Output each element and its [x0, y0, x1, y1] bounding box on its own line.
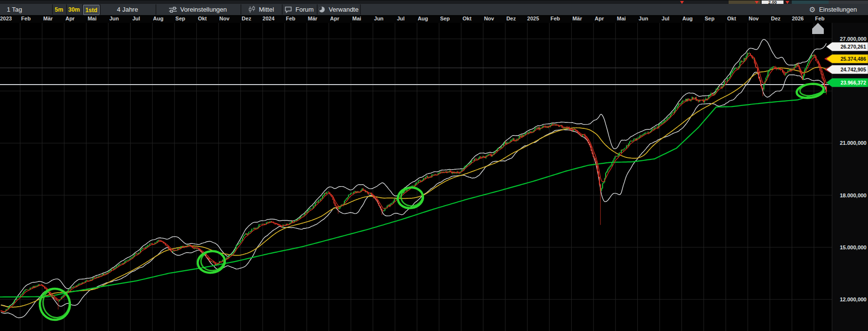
month-tick-label: Mär [573, 16, 582, 21]
price-tag: 24.742,905 [840, 67, 866, 72]
related-icon [318, 6, 325, 13]
chart-toolbar: 1 Tag 5m 30m 1std 4 Jahre Voreinstellung… [0, 4, 868, 16]
time-axis[interactable]: 2023FebMärAprMaiJunJulAugSepOktNovDez202… [0, 15, 868, 23]
month-tick-label: Aug [418, 16, 428, 21]
month-tick-label: Dez [506, 16, 516, 21]
month-tick-label: Okt [727, 16, 736, 21]
month-tick-label: Feb [21, 16, 31, 21]
month-tick-label: Mai [617, 16, 626, 21]
settings-button[interactable]: ⚙ Einstellungen [799, 4, 867, 15]
month-tick-label: Okt [462, 16, 471, 21]
candlestick-icon [248, 6, 255, 13]
month-tick-label: Mär [308, 16, 318, 21]
sliders-icon [169, 6, 177, 13]
speech-bubble-icon [285, 6, 292, 13]
month-tick-label: Dez [242, 16, 252, 21]
month-tick-label: Feb [550, 16, 560, 21]
price-tick-label: 15.000,000 [840, 244, 867, 250]
presets-button[interactable]: Voreinstellungen [156, 4, 240, 15]
chart-area[interactable]: 27.000,00021.000,00018.000,00015.000,000… [0, 23, 868, 331]
month-tick-label: 2024 [263, 16, 274, 21]
month-tick-label: Jul [397, 16, 405, 21]
price-tag: 23.966,372 [840, 80, 866, 86]
month-tick-label: Jun [639, 16, 648, 21]
month-tick-label: Nov [220, 16, 230, 21]
month-tick-label: 2026 [792, 16, 803, 21]
price-tick-label: 27.000,000 [840, 36, 867, 42]
price-tag: 25.374,486 [840, 56, 866, 62]
verwandte-button[interactable]: Verwandte [317, 4, 359, 15]
month-tick-label: 2023 [0, 16, 12, 21]
month-tick-label: Apr [330, 16, 340, 21]
month-tick-label: 2025 [527, 16, 539, 21]
month-tick-label: Jun [374, 16, 384, 21]
forum-button[interactable]: Forum [282, 4, 316, 15]
month-tick-label: Mai [87, 16, 96, 21]
price-tag: 26.270,261 [840, 44, 866, 50]
period-label: 1 Tag [7, 6, 22, 13]
chart-canvas[interactable]: 27.000,00021.000,00018.000,00015.000,000… [0, 23, 868, 331]
month-tick-label: Dez [771, 16, 781, 21]
month-tick-label: Apr [66, 16, 75, 21]
charting-app: { "top_strip": { "value_label": "2,00", … [0, 0, 868, 331]
month-tick-label: Aug [153, 16, 163, 21]
timeframe-30m-button[interactable]: 30m [67, 4, 82, 15]
period-button[interactable]: 1 Tag [4, 4, 51, 15]
month-tick-label: Feb [286, 16, 295, 21]
timeframe-1std-button[interactable]: 1std [83, 5, 100, 15]
month-tick-label: Jul [132, 16, 140, 21]
price-tick-label: 21.000,000 [840, 140, 867, 146]
mittel-button[interactable]: Mittel [241, 4, 281, 15]
month-tick-label: Sep [175, 16, 185, 21]
month-tick-label: Mai [352, 16, 361, 21]
month-tick-label: Okt [198, 16, 206, 21]
timeframe-5m-button[interactable]: 5m [52, 4, 66, 15]
month-tick-label: Sep [440, 16, 450, 21]
gear-icon: ⚙ [809, 5, 816, 14]
month-tick-label: Nov [749, 16, 759, 21]
month-tick-label: Jun [109, 16, 119, 21]
price-tick-label: 18.000,000 [840, 192, 867, 198]
range-button[interactable]: 4 Jahre [100, 4, 155, 15]
month-tick-label: Nov [484, 16, 494, 21]
month-tick-label: Apr [595, 16, 604, 21]
month-tick-label: Jul [662, 16, 669, 21]
price-tick-label: 12.000,000 [840, 296, 867, 302]
month-tick-label: Feb [815, 16, 825, 21]
month-tick-label: Mär [43, 16, 53, 21]
month-tick-label: Aug [682, 16, 693, 21]
month-tick-label: Sep [705, 16, 715, 21]
